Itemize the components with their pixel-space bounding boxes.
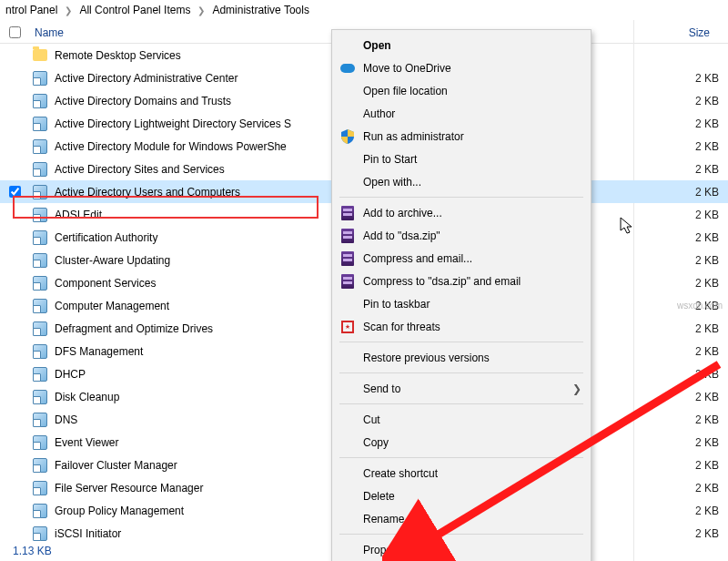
shortcut-icon <box>33 321 47 336</box>
onedrive-icon <box>340 64 355 73</box>
shortcut-icon <box>33 481 47 495</box>
winrar-icon <box>341 206 354 220</box>
menu-scan-threats[interactable]: Scan for threats <box>332 315 591 338</box>
shortcut-icon <box>33 162 47 177</box>
item-size: 2 KB <box>673 72 728 85</box>
breadcrumb-part[interactable]: All Control Panel Items <box>79 4 190 16</box>
menu-open-location[interactable]: Open file location <box>332 79 591 102</box>
menu-separator <box>339 372 583 373</box>
menu-copy[interactable]: Copy <box>332 431 591 454</box>
shortcut-icon <box>33 299 47 313</box>
shortcut-icon <box>33 185 47 199</box>
breadcrumb-part[interactable]: ntrol Panel <box>5 4 57 16</box>
shortcut-icon <box>33 276 47 291</box>
item-size: 2 KB <box>673 368 728 381</box>
item-size: 2 KB <box>673 322 728 335</box>
chevron-right-icon: ❯ <box>65 5 72 15</box>
menu-run-admin[interactable]: Run as administrator <box>332 125 591 148</box>
menu-create-shortcut[interactable]: Create shortcut <box>332 462 591 484</box>
shortcut-icon <box>33 526 47 541</box>
item-size: 2 KB <box>673 459 728 472</box>
shield-icon <box>341 129 354 144</box>
menu-compress-dsa-email[interactable]: Compress to "dsa.zip" and email <box>332 270 591 292</box>
context-menu: Open Move to OneDrive Open file location… <box>331 29 592 561</box>
menu-separator <box>339 457 583 458</box>
shortcut-icon <box>33 504 47 518</box>
menu-pin-taskbar[interactable]: Pin to taskbar <box>332 292 591 315</box>
shortcut-icon <box>33 413 47 427</box>
menu-send-to[interactable]: Send to❯ <box>332 377 591 400</box>
shortcut-icon <box>33 230 47 245</box>
item-size: 2 KB <box>673 254 728 267</box>
folder-icon <box>33 49 47 61</box>
item-size: 2 KB <box>673 277 728 290</box>
menu-separator <box>339 197 583 198</box>
antivirus-icon <box>341 321 354 333</box>
item-size: 2 KB <box>673 505 728 517</box>
item-size: 2 KB <box>673 527 728 540</box>
menu-separator <box>339 342 583 342</box>
breadcrumb-part[interactable]: Administrative Tools <box>212 4 309 16</box>
item-size: 2 KB <box>673 345 728 358</box>
shortcut-icon <box>33 71 47 86</box>
item-size: 2 KB <box>673 163 728 176</box>
menu-add-archive[interactable]: Add to archive... <box>332 201 591 224</box>
breadcrumb[interactable]: ntrol Panel ❯ All Control Panel Items ❯ … <box>0 0 728 20</box>
shortcut-icon <box>33 94 47 108</box>
shortcut-icon <box>33 390 47 404</box>
menu-restore-versions[interactable]: Restore previous versions <box>332 346 591 369</box>
item-size: 2 KB <box>673 391 728 403</box>
menu-add-dsazip[interactable]: Add to "dsa.zip" <box>332 224 591 247</box>
menu-delete[interactable]: Delete <box>332 484 591 507</box>
row-checkbox[interactable] <box>9 186 21 198</box>
menu-author[interactable]: Author <box>332 102 591 125</box>
menu-open[interactable]: Open <box>332 34 591 56</box>
item-size: 2 KB <box>673 186 728 199</box>
status-bar: 1.13 KB <box>0 541 728 561</box>
item-size: 2 KB <box>673 209 728 221</box>
shortcut-icon <box>33 117 47 131</box>
shortcut-icon <box>33 458 47 473</box>
shortcut-icon <box>33 344 47 359</box>
menu-open-with[interactable]: Open with... <box>332 170 591 193</box>
winrar-icon <box>341 251 354 266</box>
menu-separator <box>339 534 583 535</box>
menu-move-onedrive[interactable]: Move to OneDrive <box>332 56 591 79</box>
winrar-icon <box>341 229 354 243</box>
chevron-right-icon: ❯ <box>197 5 205 15</box>
shortcut-icon <box>33 139 47 154</box>
winrar-icon <box>341 274 354 289</box>
item-size: 2 KB <box>673 95 728 107</box>
shortcut-icon <box>33 435 47 450</box>
watermark: wsxdn.com <box>677 301 723 311</box>
item-size: 2 KB <box>673 231 728 244</box>
shortcut-icon <box>33 367 47 382</box>
chevron-right-icon: ❯ <box>572 382 581 395</box>
item-size: 2 KB <box>673 117 728 130</box>
shortcut-icon <box>33 253 47 268</box>
menu-separator <box>339 403 583 404</box>
shortcut-icon <box>33 208 47 222</box>
column-name[interactable]: Name <box>31 26 64 39</box>
menu-pin-start[interactable]: Pin to Start <box>332 148 591 170</box>
item-size: 2 KB <box>673 436 728 449</box>
status-text: 1.13 KB <box>13 545 52 557</box>
item-size: 2 KB <box>673 413 728 426</box>
item-size: 2 KB <box>673 482 728 495</box>
menu-compress-email[interactable]: Compress and email... <box>332 247 591 270</box>
select-all-checkbox[interactable] <box>9 26 21 38</box>
menu-rename[interactable]: Rename <box>332 507 591 530</box>
item-size: 2 KB <box>673 140 728 153</box>
column-size[interactable]: Size <box>664 26 719 39</box>
menu-cut[interactable]: Cut <box>332 408 591 431</box>
